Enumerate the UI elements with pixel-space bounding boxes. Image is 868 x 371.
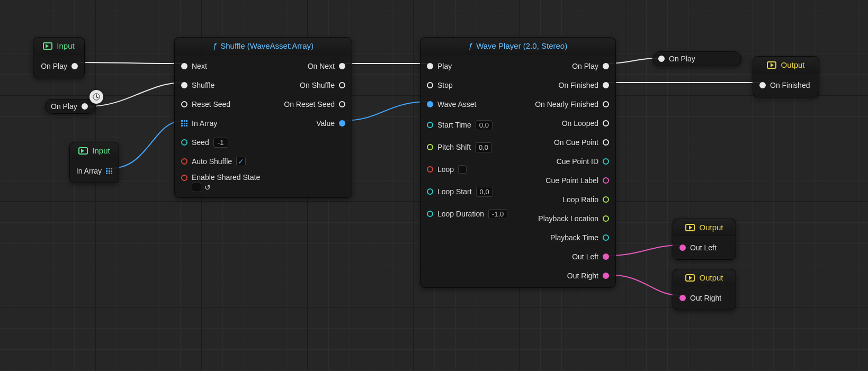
value-input[interactable]: 0,0 (476, 120, 493, 130)
pin-shuffle-in[interactable]: Shuffle (175, 76, 266, 95)
node-header: ƒ Shuffle (WaveAsset:Array) (175, 38, 352, 55)
reroute-on-play-2[interactable]: On Play (652, 51, 741, 66)
pin-seed-in[interactable]: Seed-1 (175, 133, 266, 152)
pin-on-play-out[interactable]: On Play (33, 57, 84, 76)
node-title: Output (699, 273, 723, 282)
pin-in-array-in[interactable]: In Array (175, 114, 266, 133)
pin-label: Playback Location (538, 214, 598, 223)
pin-stop-in[interactable]: Stop (420, 76, 518, 95)
array-pin-icon (181, 120, 187, 126)
pin-loop-in[interactable]: Loop (420, 158, 518, 180)
pin-wave-asset-in[interactable]: Wave Asset (420, 95, 518, 114)
audio-pin-icon (603, 273, 609, 279)
input-icon (78, 147, 88, 155)
exec-pin-icon (603, 82, 609, 88)
value-input[interactable]: -1,0 (488, 209, 507, 219)
exec-pin-icon (339, 101, 345, 107)
bool-pin-icon (427, 166, 433, 173)
node-output-right[interactable]: Output Out Right (673, 269, 736, 310)
node-header: Output (753, 57, 819, 74)
value-input[interactable]: 0,0 (476, 187, 493, 197)
pin-label: On Finished (559, 81, 598, 89)
exec-pin-icon (603, 139, 609, 146)
pin-on-play-out[interactable]: On Play (518, 57, 615, 76)
node-output-main[interactable]: Output On Finished (753, 56, 819, 97)
exec-pin-icon (82, 103, 88, 110)
pin-cue-point-id-out[interactable]: Cue Point ID (518, 152, 615, 171)
pin-on-finished-out[interactable]: On Finished (518, 76, 615, 95)
exec-pin-icon (181, 101, 187, 107)
time-pin-icon (427, 122, 433, 128)
node-header: Input (70, 142, 119, 159)
pin-label: Loop Start (437, 187, 472, 196)
pin-cue-point-label-out[interactable]: Cue Point Label (518, 171, 615, 190)
pin-on-looped-out[interactable]: On Looped (518, 114, 615, 133)
pin-on-cue-point-out[interactable]: On Cue Point (518, 133, 615, 152)
node-header: Output (673, 269, 736, 286)
node-title: Input (92, 146, 110, 155)
pin-label: On Finished (770, 81, 810, 89)
node-shuffle[interactable]: ƒ Shuffle (WaveAsset:Array) Next Shuffle… (174, 37, 352, 198)
pin-in-array-out[interactable]: In Array (70, 161, 119, 180)
pin-play-in[interactable]: Play (420, 57, 518, 76)
value-input[interactable]: 0,0 (475, 142, 492, 152)
exec-pin-icon (603, 120, 609, 126)
string-pin-icon (603, 177, 609, 184)
pin-out-left-in[interactable]: Out Left (673, 238, 736, 257)
pin-next-in[interactable]: Next (175, 57, 266, 76)
pin-enable-shared-state-in[interactable]: Enable Shared State ↺ (175, 171, 266, 195)
pin-label: Playback Time (550, 233, 598, 242)
pin-on-finished-in[interactable]: On Finished (753, 76, 819, 95)
pin-out-left-out[interactable]: Out Left (518, 247, 615, 266)
pin-label: Cue Point ID (557, 157, 598, 166)
int-pin-icon (603, 158, 609, 165)
pin-reset-seed-in[interactable]: Reset Seed (175, 95, 266, 114)
node-input-inarray[interactable]: Input In Array (69, 142, 119, 183)
pin-playback-location-out[interactable]: Playback Location (518, 209, 615, 228)
pin-pitch-shift-in[interactable]: Pitch Shift0,0 (420, 136, 518, 158)
node-input-onplay[interactable]: Input On Play (33, 37, 85, 78)
pin-loop-start-in[interactable]: Loop Start0,0 (420, 180, 518, 203)
pin-label: Loop Ratio (562, 195, 598, 204)
input-icon (43, 42, 52, 50)
node-output-left[interactable]: Output Out Left (673, 219, 736, 260)
int-pin-icon (181, 139, 187, 146)
pin-on-shuffle-out[interactable]: On Shuffle (266, 76, 352, 95)
reset-icon[interactable]: ↺ (204, 183, 211, 192)
pin-on-reset-seed-out[interactable]: On Reset Seed (266, 95, 352, 114)
value-input[interactable]: -1 (213, 138, 228, 148)
pin-label: Next (192, 62, 207, 70)
exec-pin-icon (427, 63, 433, 69)
clock-icon (90, 90, 103, 104)
pin-label: On Shuffle (300, 81, 335, 89)
output-icon (767, 61, 776, 69)
pin-on-next-out[interactable]: On Next (266, 57, 352, 76)
pin-out-right-in[interactable]: Out Right (673, 288, 736, 307)
node-header: Input (33, 38, 84, 55)
pin-label: Stop (437, 81, 453, 89)
checkbox[interactable] (458, 165, 467, 174)
checkbox[interactable]: ✓ (236, 157, 246, 166)
node-wave-player[interactable]: ƒ Wave Player (2.0, Stereo) Play Stop Wa… (420, 37, 616, 288)
node-title: Output (781, 60, 804, 69)
pin-loop-duration-in[interactable]: Loop Duration-1,0 (420, 203, 518, 225)
pin-auto-shuffle-in[interactable]: Auto Shuffle✓ (175, 152, 266, 171)
pin-on-nearly-finished-out[interactable]: On Nearly Finished (518, 95, 615, 114)
pin-playback-time-out[interactable]: Playback Time (518, 228, 615, 247)
pin-label: Value (316, 119, 335, 128)
float-pin-icon (427, 144, 433, 150)
pin-label: On Looped (562, 119, 598, 128)
output-icon (685, 274, 695, 282)
checkbox[interactable] (192, 183, 201, 192)
pin-loop-ratio-out[interactable]: Loop Ratio (518, 190, 615, 209)
pin-label: Pitch Shift (437, 143, 471, 151)
function-icon: ƒ (213, 41, 217, 50)
reroute-on-play[interactable]: On Play (45, 99, 96, 114)
pin-label: Loop Duration (437, 210, 484, 218)
pin-value-out[interactable]: Value (266, 114, 352, 133)
exec-pin-icon (339, 82, 345, 88)
node-title: Wave Player (2.0, Stereo) (476, 41, 567, 50)
node-title: Shuffle (WaveAsset:Array) (220, 41, 314, 50)
pin-out-right-out[interactable]: Out Right (518, 266, 615, 285)
pin-start-time-in[interactable]: Start Time0,0 (420, 114, 518, 136)
